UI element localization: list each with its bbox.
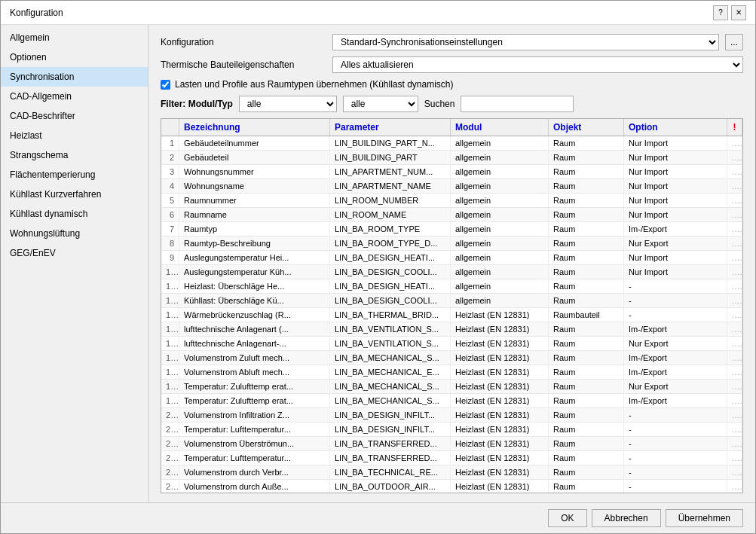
sidebar-item-optionen[interactable]: Optionen (1, 47, 148, 67)
td-option: Im-/Export (624, 322, 727, 336)
td-objekt: Raum (549, 465, 624, 479)
table-row[interactable]: 14 lufttechnische Anlagenart (... LIN_BA… (161, 322, 742, 337)
sidebar-item-geg-enev[interactable]: GEG/EnEV (1, 243, 148, 263)
apply-button[interactable]: Übernehmen (666, 509, 743, 527)
td-bezeichnung: Volumenstrom Überströmun... (179, 437, 330, 450)
konfiguration-extra-btn[interactable]: ... (725, 34, 743, 50)
table-row[interactable]: 22 Volumenstrom Überströmun... LIN_BA_TR… (161, 437, 742, 451)
td-bezeichnung: Temperatur: Zulufttemp erat... (179, 394, 330, 407)
td-objekt: Raum (549, 351, 624, 365)
ok-button[interactable]: OK (548, 509, 586, 527)
td-flag: ... (727, 308, 742, 322)
table-row[interactable]: 21 Temperatur: Lufttemperatur... LIN_BA_… (161, 423, 742, 437)
filter-row: Filter: Modul/Typ alle alle Suchen (161, 96, 743, 112)
table-row[interactable]: 20 Volumenstrom Infiltration Z... LIN_BA… (161, 408, 742, 423)
search-input[interactable] (461, 96, 574, 112)
td-flag: ... (727, 265, 742, 279)
sidebar-item-k-hllast-dynamisch[interactable]: Kühllast dynamisch (1, 204, 148, 224)
table-row[interactable]: 23 Temperatur: Lufttemperatur... LIN_BA_… (161, 451, 742, 465)
table-row[interactable]: 24 Volumenstrom durch Verbr... LIN_BA_TE… (161, 465, 742, 480)
table-row[interactable]: 17 Volumenstrom Abluft mech... LIN_BA_ME… (161, 365, 742, 380)
table-row[interactable]: 10 Auslegungstemperatur Küh... LIN_BA_DE… (161, 265, 742, 279)
sidebar-item-k-hllast-kurzverfahren[interactable]: Kühllast Kurzverfahren (1, 185, 148, 204)
sidebar-item-cad-beschrifter[interactable]: CAD-Beschrifter (1, 106, 148, 126)
td-flag: ... (727, 451, 742, 465)
table-row[interactable]: 12 Kühllast: Überschläge Kü... LIN_BA_DE… (161, 294, 742, 308)
td-bezeichnung: Raumname (179, 208, 330, 221)
table-row[interactable]: 15 lufttechnische Anlagenart-... LIN_BA_… (161, 337, 742, 351)
table-row[interactable]: 25 Volumenstrom durch Auße... LIN_BA_OUT… (161, 480, 742, 493)
td-objekt: Raum (549, 236, 624, 250)
table-row[interactable]: 3 Wohnungsnummer LIN_APARTMENT_NUM... al… (161, 165, 742, 179)
table-row[interactable]: 1 Gebäudeteilnummer LIN_BUILDING_PART_N.… (161, 136, 742, 151)
td-num: 11 (161, 279, 179, 293)
table-row[interactable]: 16 Volumenstrom Zuluft mech... LIN_BA_ME… (161, 351, 742, 365)
td-bezeichnung: Wohnungsnummer (179, 165, 330, 179)
sidebar-item-fl-chentemperierung[interactable]: Flächentemperierung (1, 165, 148, 185)
td-num: 21 (161, 423, 179, 436)
td-bezeichnung: lufttechnische Anlagenart-... (179, 337, 330, 350)
table-row[interactable]: 6 Raumname LIN_ROOM_NAME allgemein Raum … (161, 208, 742, 222)
sidebar-item-heizlast[interactable]: Heizlast (1, 126, 148, 145)
table-row[interactable]: 11 Heizlast: Überschläge He... LIN_BA_DE… (161, 279, 742, 294)
td-parameter: LIN_BA_VENTILATION_S... (330, 322, 451, 336)
td-flag: ... (727, 480, 742, 493)
table-header: Bezeichnung Parameter Modul Objekt Optio… (161, 119, 742, 136)
td-num: 10 (161, 265, 179, 279)
help-button[interactable]: ? (713, 5, 728, 20)
td-modul: Heizlast (EN 12831) (451, 480, 549, 493)
td-objekt: Raum (549, 222, 624, 236)
filter-select-1[interactable]: alle (239, 96, 337, 112)
sidebar-item-strangschema[interactable]: Strangschema (1, 145, 148, 165)
td-option: - (624, 408, 727, 422)
table-row[interactable]: 4 Wohnungsname LIN_APARTMENT_NAME allgem… (161, 179, 742, 194)
td-flag: ... (727, 179, 742, 193)
td-flag: ... (727, 322, 742, 336)
td-num: 25 (161, 480, 179, 493)
td-num: 15 (161, 337, 179, 350)
table-row[interactable]: 8 Raumtyp-Beschreibung LIN_BA_ROOM_TYPE_… (161, 236, 742, 251)
td-bezeichnung: Raumtyp (179, 222, 330, 236)
table-row[interactable]: 18 Temperatur: Zulufttemp erat... LIN_BA… (161, 380, 742, 394)
checkbox-kuehllast[interactable] (161, 80, 170, 90)
title-bar-buttons: ? ✕ (713, 5, 746, 20)
td-bezeichnung: Auslegungstemperatur Küh... (179, 265, 330, 279)
td-num: 2 (161, 151, 179, 164)
td-num: 12 (161, 294, 179, 307)
td-option: Nur Export (624, 236, 727, 250)
td-flag: ... (727, 380, 742, 393)
td-flag: ... (727, 394, 742, 407)
td-modul: Heizlast (EN 12831) (451, 423, 549, 436)
td-flag: ... (727, 279, 742, 293)
close-button[interactable]: ✕ (731, 5, 746, 20)
thermische-select[interactable]: Alles aktualisieren (332, 56, 743, 73)
td-parameter: LIN_BA_DESIGN_INFILT... (330, 423, 451, 436)
konfiguration-dialog: Konfiguration ? ✕ AllgemeinOptionenSynch… (0, 0, 756, 534)
sidebar-item-allgemein[interactable]: Allgemein (1, 28, 148, 47)
sidebar-item-wohnungsl-ftung[interactable]: Wohnungslüftung (1, 224, 148, 243)
td-objekt: Raum (549, 437, 624, 450)
td-modul: allgemein (451, 136, 549, 150)
filter-select-2[interactable]: alle (343, 96, 418, 112)
table-row[interactable]: 7 Raumtyp LIN_BA_ROOM_TYPE allgemein Rau… (161, 222, 742, 236)
td-parameter: LIN_BA_ROOM_TYPE (330, 222, 451, 236)
td-num: 18 (161, 380, 179, 393)
td-objekt: Raum (549, 151, 624, 164)
sidebar-item-cad-allgemein[interactable]: CAD-Allgemein (1, 87, 148, 106)
table-row[interactable]: 9 Auslegungstemperatur Hei... LIN_BA_DES… (161, 251, 742, 265)
table-row[interactable]: 13 Wärmebrückenzuschlag (R... LIN_BA_THE… (161, 308, 742, 322)
td-bezeichnung: Wärmebrückenzuschlag (R... (179, 308, 330, 322)
td-flag: ... (727, 408, 742, 422)
table-row[interactable]: 5 Raumnummer LIN_ROOM_NUMBER allgemein R… (161, 194, 742, 208)
table-row[interactable]: 19 Temperatur: Zulufttemp erat... LIN_BA… (161, 394, 742, 408)
konfiguration-select[interactable]: Standard-Synchronisationseinstellungen (332, 34, 719, 50)
td-modul: Heizlast (EN 12831) (451, 308, 549, 322)
table-row[interactable]: 2 Gebäudeteil LIN_BUILDING_PART allgemei… (161, 151, 742, 165)
td-bezeichnung: Temperatur: Lufttemperatur... (179, 423, 330, 436)
title-bar: Konfiguration ? ✕ (1, 1, 755, 25)
td-option: Nur Import (624, 194, 727, 207)
checkbox-label: Lasten und Profile aus Raumtypen überneh… (175, 79, 454, 90)
sidebar-item-synchronisation[interactable]: Synchronisation (1, 67, 148, 87)
td-objekt: Raum (549, 480, 624, 493)
cancel-button[interactable]: Abbrechen (592, 509, 661, 527)
